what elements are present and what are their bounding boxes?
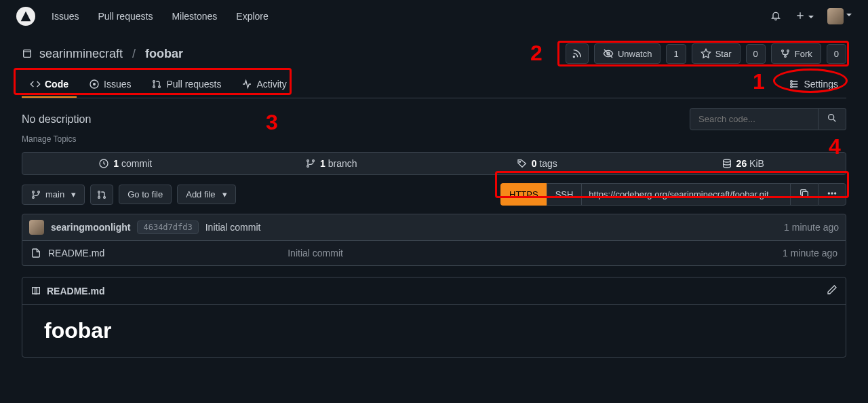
svg-point-12	[791, 83, 793, 85]
svg-rect-0	[24, 50, 31, 58]
svg-point-10	[159, 86, 161, 88]
commit-author-avatar[interactable]	[29, 220, 44, 235]
user-menu[interactable]	[827, 8, 852, 24]
stats-bar: 1 commit 1 branch 0 tags 26 KiB	[22, 152, 846, 175]
compare-button[interactable]	[90, 185, 113, 205]
avatar	[827, 8, 844, 24]
watch-count[interactable]: 1	[666, 44, 686, 64]
nav-milestones[interactable]: Milestones	[172, 11, 217, 22]
svg-point-18	[313, 160, 315, 162]
svg-point-9	[153, 86, 155, 88]
manage-topics-link[interactable]: Manage Topics	[22, 134, 846, 144]
branch-selector[interactable]: main▾	[22, 185, 85, 205]
svg-point-13	[791, 86, 793, 88]
svg-point-25	[98, 196, 100, 198]
svg-point-1	[573, 56, 574, 58]
top-navbar: Issues Pull requests Milestones Explore	[0, 0, 868, 33]
svg-point-28	[828, 193, 829, 194]
svg-point-17	[307, 166, 309, 168]
readme-heading: foobar	[44, 318, 824, 343]
stat-tags[interactable]: 0 tags	[434, 153, 640, 174]
tab-code[interactable]: Code	[22, 72, 77, 98]
add-file-button[interactable]: Add file▾	[177, 185, 235, 204]
search-button[interactable]	[818, 108, 846, 130]
nav-pulls[interactable]: Pull requests	[98, 11, 153, 22]
repo-actions: Unwatch 1 Star 0 Fork 0	[566, 43, 846, 64]
commit-author-link[interactable]: searingmoonlight	[51, 222, 130, 233]
svg-point-7	[94, 83, 96, 85]
file-name-link[interactable]: README.md	[48, 248, 104, 258]
svg-point-14	[829, 115, 834, 120]
nav-issues[interactable]: Issues	[52, 11, 79, 22]
repo-title: searinminecraft / foobar	[22, 47, 183, 61]
svg-rect-27	[802, 191, 808, 197]
book-icon	[31, 286, 41, 296]
file-time: 1 minute ago	[783, 248, 837, 258]
svg-point-5	[784, 56, 786, 58]
rss-button[interactable]	[566, 43, 589, 64]
clone-url-input[interactable]	[581, 183, 790, 206]
file-commit-msg[interactable]: Initial commit	[288, 248, 343, 258]
svg-point-8	[153, 81, 155, 83]
star-button[interactable]: Star	[692, 43, 741, 64]
latest-commit-row: searingmoonlight 4634d7dfd3 Initial comm…	[22, 214, 846, 241]
repo-icon	[22, 48, 33, 59]
clone-ssh-tab[interactable]: SSH	[547, 183, 582, 206]
nav-explore[interactable]: Explore	[236, 11, 268, 22]
commit-sha[interactable]: 4634d7dfd3	[137, 220, 198, 234]
stat-size: 26 KiB	[640, 153, 846, 174]
clone-https-tab[interactable]: HTTPS	[500, 183, 547, 206]
clone-more-button[interactable]	[818, 183, 846, 206]
stat-commits[interactable]: 1 commit	[22, 153, 229, 174]
commit-message[interactable]: Initial commit	[205, 222, 261, 233]
fork-button[interactable]: Fork	[771, 43, 821, 64]
site-logo[interactable]	[16, 7, 35, 26]
file-row: README.md Initial commit 1 minute ago	[22, 241, 846, 266]
create-menu[interactable]	[795, 10, 814, 23]
svg-point-16	[307, 160, 309, 162]
readme-title: README.md	[47, 286, 105, 296]
svg-point-21	[33, 191, 35, 193]
svg-point-24	[98, 191, 100, 193]
svg-point-29	[831, 193, 833, 194]
svg-point-20	[723, 159, 730, 162]
tab-issues[interactable]: Issues	[81, 72, 139, 98]
repo-owner-link[interactable]: searinminecraft	[39, 47, 123, 61]
copy-url-button[interactable]	[790, 183, 818, 206]
goto-file-button[interactable]: Go to file	[119, 185, 172, 204]
svg-point-19	[519, 161, 520, 162]
svg-point-26	[104, 196, 106, 198]
edit-readme-button[interactable]	[827, 284, 837, 297]
stat-branches[interactable]: 1 branch	[229, 153, 435, 174]
svg-point-30	[835, 193, 836, 194]
bell-icon[interactable]	[770, 10, 781, 23]
tab-activity[interactable]: Activity	[233, 72, 294, 98]
fork-count[interactable]: 0	[827, 44, 846, 64]
tab-settings[interactable]: Settings	[781, 72, 846, 98]
star-count[interactable]: 0	[746, 44, 766, 64]
svg-point-22	[33, 196, 35, 198]
search-input[interactable]	[690, 108, 818, 130]
repo-description: No description	[22, 113, 91, 126]
svg-point-11	[791, 81, 793, 83]
svg-point-3	[781, 50, 783, 52]
repo-name-link[interactable]: foobar	[145, 47, 183, 61]
unwatch-button[interactable]: Unwatch	[594, 43, 661, 64]
svg-point-4	[787, 50, 789, 52]
tab-pulls[interactable]: Pull requests	[143, 72, 229, 98]
commit-time: 1 minute ago	[784, 222, 839, 233]
svg-point-23	[38, 191, 40, 193]
readme-box: README.md foobar	[22, 277, 846, 358]
file-icon	[31, 248, 41, 258]
